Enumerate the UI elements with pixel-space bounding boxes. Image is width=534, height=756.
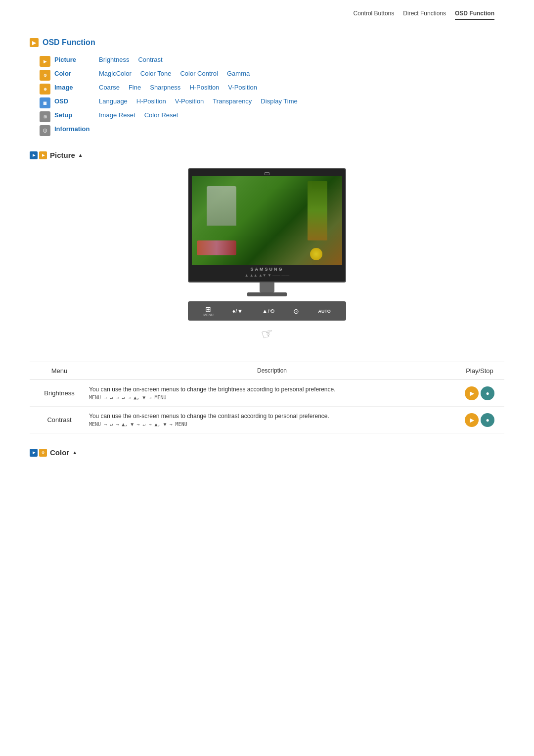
osd-row-icon: ▦ — [40, 97, 50, 108]
ctrl-enter[interactable]: ⊙ — [293, 307, 299, 315]
picture-section-icon-orange: ▶ — [39, 151, 47, 159]
setup-items: Image Reset Color Reset — [99, 111, 178, 119]
ctrl-menu[interactable]: ⊞ MENU — [203, 305, 214, 317]
nav-osd-function[interactable]: OSD Function — [455, 10, 494, 20]
desc-brightness-content: You can use the on-screen menus to chang… — [89, 386, 455, 400]
menu-row-osd: ▦ OSD Language H-Position V-Position Tra… — [40, 97, 504, 108]
col-header-menu: Menu — [30, 367, 89, 375]
menu-row-information: ⓘ Information — [40, 125, 504, 136]
info-label[interactable]: Information — [54, 125, 99, 133]
menu-row-image: ⊕ Image Coarse Fine Sharpness H-Position… — [40, 84, 504, 94]
color-control[interactable]: Color Control — [180, 70, 218, 77]
image-fine[interactable]: Fine — [129, 84, 141, 91]
monitor-top-dot — [265, 172, 269, 175]
color-section-icons: ▶ ⊙ — [30, 449, 47, 457]
image-hposition[interactable]: H-Position — [189, 84, 219, 91]
info-icon: ⓘ — [40, 125, 50, 136]
desc-brightness-nav: MENU → ↵ → ↵ → ▲, ▼ → MENU — [89, 395, 455, 400]
ctrl-enter-symbol: ⊙ — [293, 307, 299, 315]
image-coarse[interactable]: Coarse — [99, 84, 120, 91]
contrast-stop-btn[interactable]: ● — [481, 413, 494, 427]
monitor-stand — [260, 283, 274, 292]
setup-colorreset[interactable]: Color Reset — [144, 111, 178, 119]
cursor-icon: ☞ — [259, 324, 275, 343]
brightness-play-btn[interactable]: ▶ — [465, 386, 479, 400]
brightness-stop-btn[interactable]: ● — [481, 386, 494, 400]
description-table: Menu Description Play/Stop Brightness Yo… — [30, 362, 504, 433]
monitor-logo: SAMSUNG — [192, 265, 342, 273]
color-gamma[interactable]: Gamma — [227, 70, 250, 77]
col-header-desc: Description — [89, 367, 455, 375]
color-section-header: ▶ ⊙ Color ▲ — [30, 448, 504, 457]
picture-brightness[interactable]: Brightness — [99, 56, 129, 63]
osd-row-label[interactable]: OSD — [54, 97, 99, 105]
osd-displaytime[interactable]: Display Time — [261, 97, 297, 105]
monitor-control-bar: ⊞ MENU ♦/▼ ▲/⟲ ⊙ AUTO — [188, 301, 346, 321]
contrast-play-btn[interactable]: ▶ — [465, 413, 479, 427]
main-content: ▶ OSD Function ▶ Picture Brightness Cont… — [0, 38, 534, 457]
monitor-screen — [192, 176, 342, 265]
ctrl-menu-label: MENU — [203, 313, 214, 317]
monitor-container: SAMSUNG ▲ ▲▲ ▲▼ ▼ —— —— ⊞ MENU ♦/▼ ▲/⟲ — [30, 168, 504, 352]
ctrl-updown[interactable]: ▲/⟲ — [262, 308, 274, 315]
desc-contrast-text: You can use the on-screen menus to chang… — [89, 413, 455, 420]
monitor-tree — [308, 181, 327, 240]
color-magiccolor[interactable]: MagicColor — [99, 70, 132, 77]
color-section-icon-orange: ⊙ — [39, 449, 47, 457]
menu-row-setup: ⊞ Setup Image Reset Color Reset — [40, 111, 504, 122]
setup-imagereset[interactable]: Image Reset — [99, 111, 135, 119]
image-items: Coarse Fine Sharpness H-Position V-Posit… — [99, 84, 257, 91]
monitor-flowers — [197, 240, 236, 255]
ctrl-auto[interactable]: AUTO — [318, 308, 330, 314]
color-items: MagicColor Color Tone Color Control Gamm… — [99, 70, 250, 77]
desc-contrast-content: You can use the on-screen menus to chang… — [89, 413, 455, 427]
image-label[interactable]: Image — [54, 84, 99, 91]
ctrl-nav-symbol: ♦/▼ — [232, 308, 243, 315]
ctrl-auto-symbol: AUTO — [318, 309, 330, 314]
color-section-title: Color — [50, 448, 69, 457]
picture-triangle: ▲ — [78, 152, 83, 158]
menu-row-color: ⊙ Color MagicColor Color Tone Color Cont… — [40, 70, 504, 81]
desc-row-brightness: Brightness You can use the on-screen men… — [30, 380, 504, 407]
color-triangle: ▲ — [72, 450, 77, 455]
picture-label[interactable]: Picture — [54, 56, 99, 63]
picture-section-icon-blue: ▶ — [30, 151, 38, 159]
setup-label[interactable]: Setup — [54, 111, 99, 119]
nav-direct-functions[interactable]: Direct Functions — [403, 10, 446, 20]
picture-section-title: Picture — [50, 151, 75, 159]
color-icon: ⊙ — [40, 70, 50, 81]
picture-section-header: ▶ ▶ Picture ▲ — [30, 151, 504, 159]
desc-brightness-label: Brightness — [30, 389, 89, 397]
osd-hposition[interactable]: H-Position — [136, 97, 166, 105]
color-label[interactable]: Color — [54, 70, 99, 77]
monitor-base — [247, 292, 287, 296]
osd-function-title: OSD Function — [43, 38, 95, 47]
osd-transparency[interactable]: Transparency — [213, 97, 252, 105]
top-navigation: Control Buttons Direct Functions OSD Fun… — [0, 0, 534, 23]
nav-control-buttons[interactable]: Control Buttons — [354, 10, 395, 20]
ctrl-nav[interactable]: ♦/▼ — [232, 308, 243, 315]
osd-vposition[interactable]: V-Position — [175, 97, 204, 105]
desc-contrast-nav: MENU → ↵ → ▲, ▼ → ↵ → ▲, ▼ → MENU — [89, 422, 455, 427]
color-section-icon-blue: ▶ — [30, 449, 38, 457]
cursor-area: ☞ — [188, 321, 346, 352]
setup-icon: ⊞ — [40, 111, 50, 122]
monitor-display: SAMSUNG ▲ ▲▲ ▲▼ ▼ —— —— — [188, 168, 346, 283]
image-sharpness[interactable]: Sharpness — [150, 84, 180, 91]
picture-items: Brightness Contrast — [99, 56, 163, 63]
picture-contrast[interactable]: Contrast — [138, 56, 162, 63]
color-section: ▶ ⊙ Color ▲ — [30, 448, 504, 457]
picture-section-icons: ▶ ▶ — [30, 151, 47, 159]
osd-row-items: Language H-Position V-Position Transpare… — [99, 97, 298, 105]
picture-icon: ▶ — [40, 56, 50, 67]
osd-function-header: ▶ OSD Function — [30, 38, 504, 47]
desc-table-header: Menu Description Play/Stop — [30, 362, 504, 380]
image-icon: ⊕ — [40, 84, 50, 94]
osd-language[interactable]: Language — [99, 97, 128, 105]
desc-contrast-label: Contrast — [30, 416, 89, 424]
desc-brightness-play: ▶ ● — [455, 386, 504, 400]
color-tone[interactable]: Color Tone — [140, 70, 172, 77]
desc-brightness-text: You can use the on-screen menus to chang… — [89, 386, 455, 393]
menu-table: ▶ Picture Brightness Contrast ⊙ Color Ma… — [40, 56, 504, 136]
image-vposition[interactable]: V-Position — [228, 84, 257, 91]
